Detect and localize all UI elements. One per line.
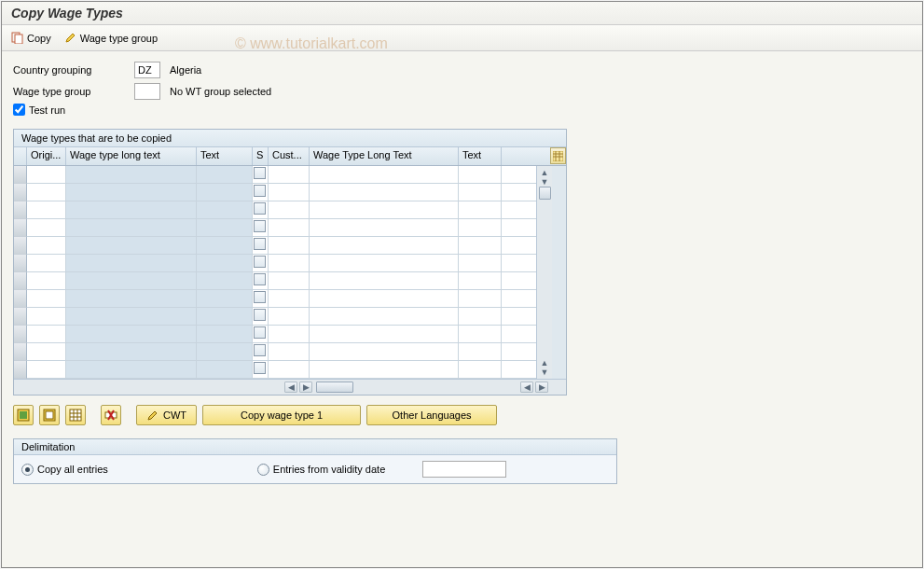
cell-s-checkbox[interactable] <box>253 290 269 308</box>
cell-cust[interactable] <box>269 219 310 237</box>
right-hscroll-left-icon[interactable]: ◀ <box>520 382 533 393</box>
row-selector[interactable] <box>14 361 27 379</box>
cell-longtext2[interactable] <box>310 184 459 201</box>
cell-cust[interactable] <box>269 255 310 272</box>
table-row[interactable] <box>14 201 536 219</box>
row-selector[interactable] <box>14 184 27 201</box>
cell-text2[interactable] <box>459 219 502 237</box>
row-selector[interactable] <box>14 343 27 361</box>
cell-cust[interactable] <box>269 272 310 290</box>
cell-s-checkbox[interactable] <box>253 184 269 201</box>
col-longtext1[interactable]: Wage type long text <box>66 147 197 165</box>
cell-longtext2[interactable] <box>310 255 459 272</box>
cell-text2[interactable] <box>459 326 502 343</box>
col-text2[interactable]: Text <box>459 147 502 165</box>
cell-text2[interactable] <box>459 272 502 290</box>
row-selector[interactable] <box>14 219 27 237</box>
cell-s-checkbox[interactable] <box>253 166 269 184</box>
scroll-up-small-icon[interactable]: ▲ <box>541 358 549 368</box>
validity-date-input[interactable] <box>422 461 506 478</box>
cell-s-checkbox[interactable] <box>253 237 269 255</box>
row-selector[interactable] <box>14 237 27 255</box>
cell-longtext2[interactable] <box>310 219 459 237</box>
right-hscroll-right-icon[interactable]: ▶ <box>535 382 548 393</box>
wage-type-group-button[interactable]: Wage type group <box>64 32 158 44</box>
cell-origi[interactable] <box>27 166 66 184</box>
copy-all-entries-radio[interactable] <box>21 464 34 476</box>
table-row[interactable] <box>14 290 536 308</box>
row-selector[interactable] <box>14 272 27 290</box>
cell-s-checkbox[interactable] <box>253 201 269 219</box>
cell-s-checkbox[interactable] <box>253 326 269 343</box>
table-row[interactable] <box>14 166 536 184</box>
table-row[interactable] <box>14 343 536 361</box>
cell-longtext2[interactable] <box>310 326 459 343</box>
cell-longtext2[interactable] <box>310 166 459 184</box>
cell-cust[interactable] <box>269 237 310 255</box>
left-hscroll-left-icon[interactable]: ◀ <box>284 382 297 393</box>
cell-s-checkbox[interactable] <box>253 272 269 290</box>
cell-longtext2[interactable] <box>310 201 459 219</box>
delete-row-button[interactable] <box>101 405 121 425</box>
table-row[interactable] <box>14 272 536 290</box>
cell-origi[interactable] <box>27 326 66 343</box>
cell-longtext2[interactable] <box>310 308 459 326</box>
table-row[interactable] <box>14 255 536 272</box>
select-all-button[interactable] <box>13 405 34 425</box>
test-run-checkbox[interactable] <box>13 104 25 116</box>
cell-s-checkbox[interactable] <box>253 361 269 379</box>
cell-s-checkbox[interactable] <box>253 219 269 237</box>
other-languages-button[interactable]: Other Languages <box>366 405 497 425</box>
table-row[interactable] <box>14 184 536 201</box>
row-selector[interactable] <box>14 255 27 272</box>
cell-origi[interactable] <box>27 184 66 201</box>
cell-origi[interactable] <box>27 308 66 326</box>
copy-button[interactable]: Copy <box>11 32 51 44</box>
cell-cust[interactable] <box>269 343 310 361</box>
cell-origi[interactable] <box>27 290 66 308</box>
cell-origi[interactable] <box>27 201 66 219</box>
row-selector[interactable] <box>14 290 27 308</box>
scroll-up-arrow-icon[interactable]: ▲ <box>541 168 549 177</box>
scroll-thumb[interactable] <box>539 187 551 200</box>
cell-s-checkbox[interactable] <box>253 343 269 361</box>
cell-s-checkbox[interactable] <box>253 308 269 326</box>
cell-origi[interactable] <box>27 343 66 361</box>
row-selector[interactable] <box>14 201 27 219</box>
row-selector[interactable] <box>14 166 27 184</box>
cell-text2[interactable] <box>459 201 502 219</box>
cell-longtext2[interactable] <box>310 290 459 308</box>
scroll-down-small-icon[interactable]: ▼ <box>541 177 549 187</box>
cell-text2[interactable] <box>459 166 502 184</box>
grid-config-button[interactable] <box>550 147 566 164</box>
cell-origi[interactable] <box>27 255 66 272</box>
entries-from-date-radio[interactable] <box>257 464 269 476</box>
col-cust[interactable]: Cust... <box>269 147 310 165</box>
cell-longtext2[interactable] <box>310 237 459 255</box>
cell-cust[interactable] <box>269 361 310 379</box>
row-selector[interactable] <box>14 326 27 343</box>
cwt-button[interactable]: CWT <box>136 405 197 425</box>
cell-cust[interactable] <box>269 166 310 184</box>
deselect-all-button[interactable] <box>39 405 60 425</box>
cell-text2[interactable] <box>459 184 502 201</box>
table-row[interactable] <box>14 361 536 379</box>
grid-layout-button[interactable] <box>65 405 86 425</box>
hscroll-thumb[interactable] <box>316 382 353 393</box>
row-selector-header[interactable] <box>14 147 27 165</box>
cell-text2[interactable] <box>459 343 502 361</box>
cell-text2[interactable] <box>459 237 502 255</box>
col-origi[interactable]: Origi... <box>27 147 66 165</box>
cell-origi[interactable] <box>27 219 66 237</box>
cell-longtext2[interactable] <box>310 361 459 379</box>
cell-s-checkbox[interactable] <box>253 255 269 272</box>
cell-text2[interactable] <box>459 290 502 308</box>
col-longtext2[interactable]: Wage Type Long Text <box>310 147 459 165</box>
table-row[interactable] <box>14 237 536 255</box>
wage-type-group-input[interactable] <box>134 83 160 100</box>
copy-wage-type-1-button[interactable]: Copy wage type 1 <box>202 405 361 425</box>
grid-vertical-scrollbar[interactable]: ▲ ▼ ▲ ▼ <box>536 166 552 379</box>
cell-text2[interactable] <box>459 361 502 379</box>
cell-origi[interactable] <box>27 272 66 290</box>
cell-cust[interactable] <box>269 308 310 326</box>
